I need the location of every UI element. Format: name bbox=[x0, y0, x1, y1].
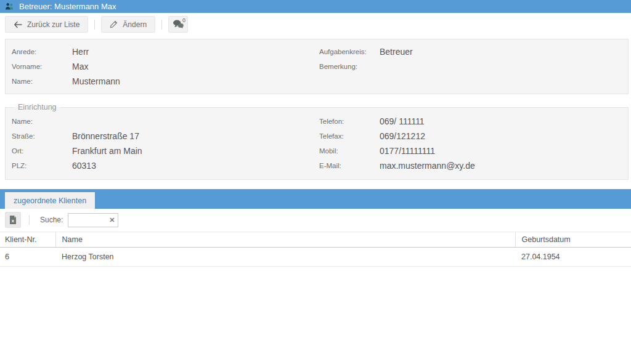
field-row-email: E-Mail: max.mustermann@xy.de bbox=[319, 158, 622, 173]
window-title-bar: Betreuer: Mustermann Max bbox=[0, 0, 631, 13]
field-value: 0177/11111111 bbox=[380, 146, 622, 156]
back-to-list-label: Zurück zur Liste bbox=[27, 20, 79, 29]
main-toolbar: Zurück zur Liste Ändern 0 bbox=[0, 13, 631, 36]
field-row-ort: Ort: Frankfurt am Main bbox=[12, 144, 314, 158]
field-label: Aufgabenkreis: bbox=[319, 48, 380, 55]
clients-table: Klient-Nr. Name Geburtsdatum 6 Herzog To… bbox=[0, 232, 631, 267]
cell-geburtsdatum: 27.04.1954 bbox=[515, 248, 631, 267]
field-label: Mobil: bbox=[319, 147, 380, 155]
toolbar-divider bbox=[161, 20, 162, 30]
excel-file-icon: x bbox=[9, 216, 17, 224]
clients-table-header-row: Klient-Nr. Name Geburtsdatum bbox=[0, 232, 631, 248]
column-header-klient-nr[interactable]: Klient-Nr. bbox=[0, 232, 55, 248]
field-value: 069/ 111111 bbox=[380, 116, 622, 126]
field-row-anrede: Anrede: Herr bbox=[12, 44, 314, 59]
cell-name: Herzog Torsten bbox=[55, 248, 515, 267]
field-label: Ort: bbox=[12, 147, 72, 155]
pencil-icon bbox=[110, 20, 118, 28]
person-fields-left: Anrede: Herr Vorname: Max Name: Musterma… bbox=[12, 44, 314, 89]
field-value: Max bbox=[72, 62, 314, 71]
client-table-row[interactable]: 6 Herzog Torsten 27.04.1954 bbox=[0, 248, 631, 267]
field-row-telefon: Telefon: 069/ 111111 bbox=[319, 114, 622, 129]
clients-grid-toolbar: x Suche: ✕ bbox=[0, 209, 631, 232]
einrichtung-columns: Name: Straße: Brönnerstraße 17 Ort: Fran… bbox=[12, 114, 622, 173]
einrichtung-legend: Einrichtung bbox=[14, 103, 60, 111]
field-value: max.mustermann@xy.de bbox=[380, 161, 622, 171]
person-details-panel: Anrede: Herr Vorname: Max Name: Musterma… bbox=[5, 39, 629, 94]
field-value: Brönnerstraße 17 bbox=[72, 131, 314, 141]
edit-label: Ändern bbox=[123, 20, 147, 29]
einrichtung-panel: Einrichtung Name: Straße: Brönnerstraße … bbox=[5, 103, 629, 180]
field-label: PLZ: bbox=[12, 162, 72, 169]
einrichtung-fields-right: Telefon: 069/ 111111 Telefax: 069/121212… bbox=[319, 114, 622, 173]
field-value: Herr bbox=[72, 47, 314, 57]
field-row-mobil: Mobil: 0177/11111111 bbox=[319, 144, 622, 158]
field-value: Frankfurt am Main bbox=[72, 146, 314, 156]
field-row-name: Name: Mustermann bbox=[12, 74, 314, 89]
field-row-vorname: Vorname: Max bbox=[12, 59, 314, 74]
field-label: Straße: bbox=[12, 132, 72, 140]
field-row-bemerkung: Bemerkung: bbox=[319, 59, 622, 74]
cell-klient-nr: 6 bbox=[0, 248, 55, 267]
column-header-geburtsdatum[interactable]: Geburtsdatum bbox=[515, 232, 631, 248]
field-row-aufgabenkreis: Aufgabenkreis: Betreuer bbox=[319, 44, 622, 59]
clients-tab-bar: zugeordnete Klienten bbox=[0, 189, 631, 209]
toolbar-divider bbox=[94, 20, 95, 30]
arrow-left-icon bbox=[14, 21, 22, 28]
field-label: Telefax: bbox=[319, 132, 380, 140]
field-row-strasse: Straße: Brönnerstraße 17 bbox=[12, 129, 314, 144]
page-title: Betreuer: Mustermann Max bbox=[19, 2, 116, 11]
field-row-telefax: Telefax: 069/121212 bbox=[319, 129, 622, 144]
field-label: Telefon: bbox=[319, 118, 380, 125]
field-value: 069/121212 bbox=[380, 131, 622, 141]
users-icon bbox=[5, 2, 14, 10]
field-value: Betreuer bbox=[380, 47, 622, 57]
comments-count-badge: 0 bbox=[182, 17, 185, 23]
field-label: Name: bbox=[12, 118, 72, 125]
tab-zugeordnete-klienten[interactable]: zugeordnete Klienten bbox=[5, 192, 95, 209]
back-to-list-button[interactable]: Zurück zur Liste bbox=[5, 16, 88, 33]
toolbar-divider bbox=[29, 215, 30, 225]
field-label: Vorname: bbox=[12, 63, 72, 70]
field-label: E-Mail: bbox=[319, 162, 380, 169]
comments-button[interactable]: 0 bbox=[168, 16, 188, 33]
export-excel-button[interactable]: x bbox=[5, 212, 21, 228]
einrichtung-fields-left: Name: Straße: Brönnerstraße 17 Ort: Fran… bbox=[12, 114, 314, 173]
field-value: Mustermann bbox=[72, 76, 314, 86]
field-label: Bemerkung: bbox=[319, 63, 380, 70]
field-row-einrichtung-name: Name: bbox=[12, 114, 314, 129]
person-fields-right: Aufgabenkreis: Betreuer Bemerkung: bbox=[319, 44, 622, 89]
search-field-wrapper: ✕ bbox=[68, 213, 118, 227]
edit-button[interactable]: Ändern bbox=[101, 16, 155, 33]
column-header-name[interactable]: Name bbox=[55, 232, 515, 248]
clear-search-icon[interactable]: ✕ bbox=[109, 217, 115, 224]
field-value: 60313 bbox=[72, 161, 314, 171]
search-label: Suche: bbox=[40, 216, 63, 224]
field-label: Anrede: bbox=[12, 48, 72, 55]
field-label: Name: bbox=[12, 78, 72, 85]
field-row-plz: PLZ: 60313 bbox=[12, 158, 314, 173]
